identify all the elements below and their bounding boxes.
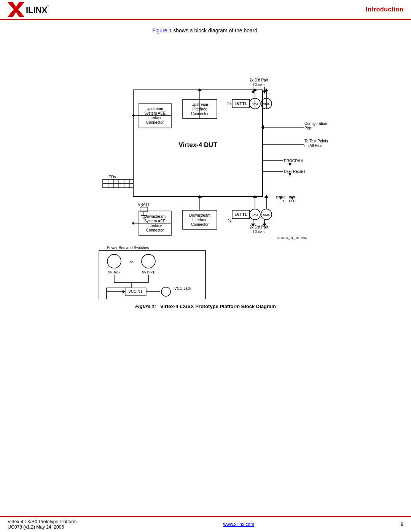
svg-text:2x: 2x: [227, 219, 232, 223]
svg-text:Virtex-4 DUT: Virtex-4 DUT: [178, 141, 217, 149]
svg-text:System ACE: System ACE: [144, 111, 166, 115]
svg-marker-10: [263, 91, 266, 94]
svg-marker-108: [132, 221, 134, 225]
svg-text:on All Pins: on All Pins: [304, 144, 322, 148]
svg-text:System ACE: System ACE: [144, 219, 166, 223]
footer-center: www.xilinx.com: [223, 522, 254, 527]
svg-text:5V Jack: 5V Jack: [108, 270, 121, 274]
svg-text:SMA: SMA: [252, 213, 258, 217]
svg-text:5V Brick: 5V Brick: [142, 270, 155, 274]
svg-text:-or-: -or-: [129, 260, 134, 264]
page-title: Introduction: [366, 6, 403, 13]
svg-text:Clocks: Clocks: [253, 230, 264, 234]
page-header: ILINX ® Introduction: [0, 0, 411, 20]
svg-text:Connector: Connector: [146, 120, 164, 125]
svg-text:LEDs: LEDs: [107, 175, 116, 179]
svg-text:User RESET: User RESET: [284, 169, 306, 174]
svg-text:LVTTL: LVTTL: [234, 212, 247, 217]
svg-rect-110: [99, 251, 206, 299]
svg-text:PROGRAM: PROGRAM: [284, 159, 304, 163]
svg-text:Downstream: Downstream: [189, 213, 210, 217]
footer-page-number: 9: [401, 522, 403, 527]
svg-text:ILINX: ILINX: [26, 5, 48, 15]
svg-text:®: ®: [46, 4, 49, 8]
xilinx-logo-icon: ILINX ®: [8, 2, 49, 17]
footer-product: Virtex-4 LX/SX Prototype Platform: [8, 519, 76, 524]
svg-text:Port: Port: [304, 126, 312, 130]
figure-link[interactable]: Figure 1: [152, 27, 172, 34]
footer-left: Virtex-4 LX/SX Prototype Platform UG078 …: [8, 519, 76, 530]
block-diagram: Virtex-4 DUT 2x Diff Pair Clocks 2x LVTT…: [57, 40, 354, 309]
svg-text:Interface: Interface: [148, 116, 162, 120]
svg-text:Downstream: Downstream: [144, 214, 166, 219]
svg-point-125: [161, 287, 170, 296]
svg-marker-21: [264, 88, 268, 91]
svg-text:VCC Jack: VCC Jack: [174, 286, 191, 291]
svg-text:Interface: Interface: [148, 224, 162, 228]
svg-text:Upstream: Upstream: [147, 107, 163, 111]
intro-text: Figure 1 shows a block diagram of the bo…: [23, 27, 388, 34]
svg-marker-0: [8, 2, 24, 17]
diagram-svg: Virtex-4 DUT 2x Diff Pair Clocks 2x LVTT…: [57, 40, 346, 299]
svg-point-111: [107, 254, 121, 268]
figure-title: Virtex-4 LX/SX Prototype Platform Block …: [160, 304, 276, 309]
svg-text:Configuration: Configuration: [304, 121, 327, 126]
footer-url[interactable]: www.xilinx.com: [223, 522, 254, 527]
svg-text:UG078_01_101204: UG078_01_101204: [277, 236, 307, 240]
svg-text:2x Diff Pair: 2x Diff Pair: [250, 225, 268, 229]
svg-text:VBATT: VBATT: [138, 203, 150, 207]
logo: ILINX ®: [8, 2, 49, 17]
page-footer: Virtex-4 LX/SX Prototype Platform UG078 …: [0, 516, 411, 532]
svg-text:LED: LED: [289, 199, 296, 203]
svg-marker-89: [264, 195, 268, 198]
footer-sub: UG078 (v1.2) May 24, 2006: [8, 524, 76, 530]
svg-text:2x: 2x: [227, 101, 232, 106]
svg-text:Power Bus and Switches: Power Bus and Switches: [107, 246, 149, 250]
figure-label: Figure 1:: [135, 304, 156, 309]
svg-text:SMA: SMA: [263, 213, 270, 217]
svg-text:VCCINT: VCCINT: [128, 289, 142, 294]
main-content: Figure 1 shows a block diagram of the bo…: [0, 20, 411, 317]
svg-text:Connector: Connector: [191, 222, 209, 227]
svg-point-114: [142, 254, 155, 268]
svg-text:To Test Points: To Test Points: [304, 139, 328, 143]
svg-text:LED: LED: [277, 199, 284, 203]
svg-text:Clocks: Clocks: [253, 83, 264, 87]
svg-text:LVTTL: LVTTL: [234, 101, 247, 106]
svg-text:Connector: Connector: [146, 228, 164, 232]
svg-text:2x Diff Pair: 2x Diff Pair: [250, 78, 268, 82]
svg-marker-8: [251, 91, 255, 94]
svg-marker-121: [123, 290, 125, 294]
figure-caption: Figure 1: Virtex-4 LX/SX Prototype Platf…: [57, 304, 354, 309]
svg-text:Interface: Interface: [193, 218, 207, 222]
